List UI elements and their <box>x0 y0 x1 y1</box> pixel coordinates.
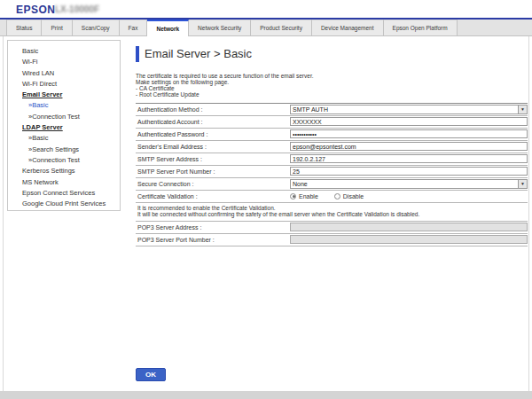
sidebar-item-email-server[interactable]: Email Server <box>8 90 120 100</box>
title-accent-bar <box>136 46 139 62</box>
sidebar-item-wifi[interactable]: Wi-Fi <box>8 57 120 67</box>
authentication-method-value: SMTP AUTH <box>291 106 328 113</box>
pop3-server-address-label: POP3 Server Address : <box>136 224 290 231</box>
pop3-server-address-input <box>290 223 528 231</box>
page-description: The certificate is required to use a sec… <box>136 74 528 98</box>
header: EPSON LX-10000F <box>0 0 532 18</box>
authenticated-account-label: Authenticated Account : <box>136 119 290 125</box>
sidebar-item-ldap-server[interactable]: LDAP Server <box>8 122 120 133</box>
sidebar-item-ldap-search-settings[interactable]: »Search Settings <box>8 145 120 155</box>
row-pop3-server-address: POP3 Server Address : <box>136 222 528 234</box>
pop3-server-port-label: POP3 Server Port Number : <box>136 237 290 243</box>
page-right-edge <box>528 36 529 391</box>
smtp-server-address-input[interactable] <box>290 154 528 163</box>
disable-radio-label: Disable <box>343 193 364 200</box>
row-authenticated-password: Authenticated Password : <box>136 129 528 141</box>
epson-logo: EPSON <box>16 4 56 16</box>
row-smtp-server-address: SMTP Server Address : <box>136 153 528 166</box>
sidebar-item-basic[interactable]: Basic <box>8 46 120 57</box>
sender-email-label: Sender's Email Address : <box>136 144 290 150</box>
smtp-server-port-label: SMTP Server Port Number : <box>136 168 290 175</box>
authentication-method-select[interactable]: SMTP AUTH ▼ <box>290 105 528 114</box>
authentication-method-label: Authentication Method : <box>136 106 290 113</box>
row-smtp-server-port: SMTP Server Port Number : <box>136 166 528 178</box>
smtp-server-port-input[interactable] <box>290 167 528 176</box>
description-line: - Root Certificate Update <box>136 92 528 98</box>
sidebar-item-wired-lan[interactable]: Wired LAN <box>8 68 120 79</box>
row-authentication-method: Authentication Method : SMTP AUTH ▼ <box>136 104 528 116</box>
ok-button[interactable]: OK <box>136 368 166 381</box>
row-certificate-validation: Certificate Validation : Enable Disable <box>136 191 528 203</box>
sidebar-nav: Basic Wi-Fi Wired LAN Wi-Fi Direct Email… <box>7 40 121 211</box>
tab-fax[interactable]: Fax <box>120 20 148 35</box>
chevron-down-icon[interactable]: ▼ <box>518 180 527 188</box>
sidebar-item-email-server-connection-test[interactable]: »Connection Test <box>8 112 120 122</box>
email-server-form: Authentication Method : SMTP AUTH ▼ Auth… <box>136 103 528 246</box>
tab-device-management[interactable]: Device Management <box>312 20 384 35</box>
tab-bar: Status Print Scan/Copy Fax Network Netwo… <box>0 20 532 36</box>
sidebar-item-epson-connect-services[interactable]: Epson Connect Services <box>8 188 120 199</box>
sidebar-item-wifi-direct[interactable]: Wi-Fi Direct <box>8 79 120 90</box>
note-line: It is recommended to enable the Certific… <box>137 205 528 212</box>
disable-radio[interactable] <box>334 193 340 200</box>
sidebar-item-kerberos-settings[interactable]: Kerberos Settings <box>8 166 120 176</box>
secure-connection-value: None <box>291 181 308 187</box>
sidebar-item-google-cloud-print-services[interactable]: Google Cloud Print Services <box>8 199 120 209</box>
row-pop3-server-port: POP3 Server Port Number : <box>136 234 528 246</box>
tab-status[interactable]: Status <box>6 20 42 35</box>
row-sender-email: Sender's Email Address : <box>136 141 528 153</box>
row-secure-connection: Secure Connection : None ▼ <box>136 178 528 191</box>
note-line: It will be connected without confirming … <box>137 211 528 218</box>
tab-network[interactable]: Network <box>147 20 189 36</box>
pop3-server-port-input <box>290 235 528 244</box>
tab-product-security[interactable]: Product Security <box>251 20 312 35</box>
tab-scan-copy[interactable]: Scan/Copy <box>73 20 120 35</box>
authenticated-password-input[interactable] <box>290 129 528 138</box>
certificate-validation-label: Certificate Validation : <box>136 193 290 200</box>
page-title-row: Email Server > Basic <box>136 45 528 63</box>
sidebar-item-ldap-connection-test[interactable]: »Connection Test <box>8 155 120 166</box>
main-content: Email Server > Basic The certificate is … <box>136 40 528 246</box>
enable-radio-label: Enable <box>299 193 318 200</box>
description-line: Make settings on the following page. <box>136 80 528 86</box>
authenticated-password-label: Authenticated Password : <box>136 131 290 137</box>
tab-epson-open-platform[interactable]: Epson Open Platform <box>384 20 458 35</box>
page-left-edge <box>3 36 4 391</box>
authenticated-account-input[interactable] <box>290 117 528 126</box>
row-authenticated-account: Authenticated Account : <box>136 116 528 129</box>
tab-print[interactable]: Print <box>42 20 72 35</box>
printer-model-label: LX-10000F <box>55 4 99 14</box>
chevron-down-icon[interactable]: ▼ <box>518 106 527 113</box>
sidebar-item-email-server-basic[interactable]: »Basic <box>8 100 120 111</box>
tab-network-security[interactable]: Network Security <box>189 20 251 35</box>
certificate-validation-note: It is recommended to enable the Certific… <box>136 203 528 222</box>
secure-connection-select[interactable]: None ▼ <box>290 179 528 189</box>
sidebar-item-ms-network[interactable]: MS Network <box>8 177 120 188</box>
page-title: Email Server > Basic <box>145 47 252 60</box>
enable-radio[interactable] <box>290 193 296 200</box>
smtp-server-address-label: SMTP Server Address : <box>136 156 290 162</box>
sender-email-input[interactable] <box>290 142 528 151</box>
secure-connection-label: Secure Connection : <box>136 181 290 187</box>
certificate-validation-radios: Enable Disable <box>290 193 379 200</box>
sidebar-item-ldap-basic[interactable]: »Basic <box>8 133 120 144</box>
page-bottom-strip <box>0 391 532 399</box>
